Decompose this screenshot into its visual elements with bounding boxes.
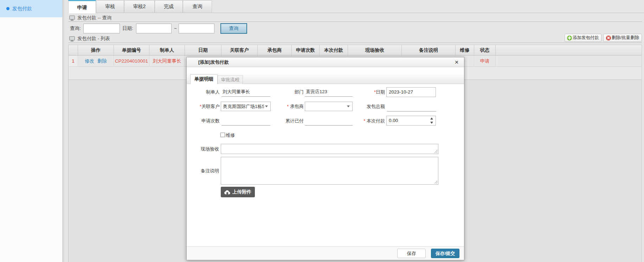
contractor-select-value bbox=[307, 102, 346, 111]
column-header-doc-no[interactable]: 单据编号 bbox=[114, 45, 149, 55]
paid-label: 累计已付 bbox=[271, 116, 304, 126]
contractor-label: * 承包商 bbox=[271, 102, 304, 111]
column-header-customer[interactable]: 关联客户 bbox=[221, 45, 258, 55]
column-header-repair[interactable]: 维修 bbox=[456, 45, 474, 55]
remarks-textarea[interactable] bbox=[221, 157, 438, 185]
acceptance-textarea[interactable] bbox=[221, 144, 438, 154]
sidebar-splitter[interactable] bbox=[62, 0, 64, 262]
payment-input-value: 0.00 bbox=[389, 118, 398, 123]
save-button[interactable]: 保存 bbox=[397, 249, 426, 258]
delete-batch-label: 删除/批量删除 bbox=[612, 35, 639, 41]
row-creator-cell: 刘大同董事长 bbox=[149, 56, 185, 66]
tab-review2[interactable]: 审核2 bbox=[124, 0, 155, 13]
column-header-rownum bbox=[69, 45, 78, 55]
customer-select-value: 奥克斯国际广场1栋5单 bbox=[223, 102, 264, 111]
customer-label-text: 关联客户 bbox=[201, 104, 220, 109]
payment-label-text: 本次付款 bbox=[367, 118, 385, 123]
row-status-cell: 申请 bbox=[474, 56, 496, 66]
date-label: *日期 bbox=[352, 87, 385, 97]
delete-batch-button[interactable]: 删除/批量删除 bbox=[603, 34, 642, 42]
department-input[interactable]: 直营店123 bbox=[305, 87, 353, 97]
add-payment-label: 添加发包付款 bbox=[573, 35, 599, 41]
breadcrumb-query: 发包付款 -- 查询 bbox=[69, 15, 112, 21]
payment-input[interactable]: 0.00 bbox=[386, 116, 436, 126]
bullet-dot-icon bbox=[6, 7, 9, 10]
add-payment-button[interactable]: 添加发包付款 bbox=[565, 34, 601, 42]
column-header-contractor[interactable]: 承包商 bbox=[258, 45, 292, 55]
column-header-date[interactable]: 日期 bbox=[185, 45, 221, 55]
tab-review[interactable]: 审核 bbox=[96, 0, 124, 13]
tab-complete[interactable]: 完成 bbox=[155, 0, 183, 13]
tab-query[interactable]: 查询 bbox=[183, 0, 212, 13]
acceptance-label: 现场验收 bbox=[187, 146, 219, 152]
date-range-separator: ~ bbox=[173, 24, 178, 33]
upload-attachment-button[interactable]: 上传附件 bbox=[221, 187, 255, 197]
contractor-label-text: 承包商 bbox=[290, 104, 304, 109]
delete-x-icon bbox=[606, 36, 611, 40]
spinner-up-icon[interactable] bbox=[430, 117, 433, 120]
dialog-title: [添加]发包付款 bbox=[198, 57, 229, 67]
customer-select[interactable]: 奥克斯国际广场1栋5单 bbox=[221, 102, 271, 111]
dialog-titlebar[interactable]: [添加]发包付款 × bbox=[187, 57, 464, 67]
row-doc-no-cell: CP2204010001 bbox=[114, 56, 149, 66]
apply-count-input[interactable] bbox=[221, 116, 270, 126]
row-actions-cell: 修改 删除 bbox=[78, 56, 114, 66]
paid-label-text: 累计已付 bbox=[285, 118, 304, 123]
breadcrumb-list-label: 发包付款 - 列表 bbox=[77, 36, 110, 42]
repair-label: 维修 bbox=[226, 130, 240, 140]
monitor-icon bbox=[69, 15, 75, 21]
add-payment-dialog: [添加]发包付款 × 单据明细 审批流程 制单人 刘大同董事长 部门 直营店12… bbox=[186, 57, 464, 260]
upload-attachment-label: 上传附件 bbox=[232, 189, 251, 195]
dialog-tab-detail[interactable]: 单据明细 bbox=[190, 74, 218, 84]
sidebar-item-label: 发包付款 bbox=[12, 6, 32, 12]
resize-handle-icon[interactable] bbox=[434, 150, 438, 153]
repair-checkbox[interactable] bbox=[220, 133, 225, 137]
app-window: 发包付款 申请 审核 审核2 完成 查询 发包付款 -- 查询 查询: 日期: … bbox=[0, 0, 644, 262]
spinner-down-icon[interactable] bbox=[430, 122, 433, 124]
delete-link[interactable]: 删除 bbox=[97, 56, 107, 66]
column-header-apply-count[interactable]: 申请次数 bbox=[292, 45, 320, 55]
separator-line bbox=[68, 43, 642, 43]
total-label-text: 发包总额 bbox=[367, 104, 385, 109]
sidebar: 发包付款 bbox=[0, 0, 62, 262]
resize-handle-icon[interactable] bbox=[434, 180, 438, 184]
customer-label: *关联客户 bbox=[187, 102, 220, 111]
column-header-actions[interactable]: 操作 bbox=[78, 45, 114, 55]
search-query-label: 查询: bbox=[70, 24, 81, 33]
contractor-select[interactable] bbox=[305, 102, 353, 111]
date-input[interactable]: 2023-10-27 bbox=[386, 87, 436, 97]
search-date-to-field[interactable] bbox=[179, 24, 214, 33]
search-date-to-input[interactable] bbox=[179, 24, 214, 33]
search-submit-button[interactable]: 查询 bbox=[220, 23, 247, 34]
search-query-input[interactable] bbox=[83, 24, 120, 33]
chevron-down-icon bbox=[265, 106, 268, 107]
close-icon[interactable]: × bbox=[453, 58, 461, 67]
tabstrip-baseline bbox=[68, 13, 644, 13]
column-header-acceptance[interactable]: 现场验收 bbox=[348, 45, 402, 55]
column-header-creator[interactable]: 制单人 bbox=[149, 45, 185, 55]
breadcrumb-query-label: 发包付款 -- 查询 bbox=[77, 15, 112, 21]
date-label-text: 日期 bbox=[376, 89, 385, 95]
dialog-footer: 保存 保存/提交 bbox=[187, 247, 464, 260]
required-asterisk: * bbox=[287, 104, 290, 109]
dialog-tab-approval-flow[interactable]: 审批流程 bbox=[218, 75, 243, 84]
monitor-icon bbox=[69, 36, 75, 41]
column-header-payment[interactable]: 本次付款 bbox=[320, 45, 348, 55]
creator-label-text: 制单人 bbox=[206, 89, 220, 95]
column-header-status[interactable]: 状态 bbox=[474, 45, 496, 55]
column-header-filler bbox=[496, 45, 642, 55]
search-date-from-input[interactable] bbox=[136, 24, 172, 33]
save-submit-button[interactable]: 保存/提交 bbox=[431, 249, 459, 258]
table-header-row: 操作 单据编号 制单人 日期 关联客户 承包商 申请次数 本次付款 现场验收 备… bbox=[69, 45, 642, 56]
search-query-input-field[interactable] bbox=[84, 24, 120, 33]
column-header-remarks[interactable]: 备注说明 bbox=[402, 45, 456, 55]
total-input[interactable] bbox=[387, 102, 436, 111]
chevron-down-icon bbox=[347, 106, 350, 107]
add-plus-icon bbox=[567, 36, 572, 40]
search-date-from-field[interactable] bbox=[136, 24, 171, 33]
paid-input[interactable] bbox=[305, 116, 353, 126]
tab-apply[interactable]: 申请 bbox=[68, 0, 96, 13]
creator-input[interactable]: 刘大同董事长 bbox=[221, 87, 270, 97]
sidebar-item-contract-payment[interactable]: 发包付款 bbox=[0, 0, 62, 17]
edit-link[interactable]: 修改 bbox=[85, 56, 94, 66]
